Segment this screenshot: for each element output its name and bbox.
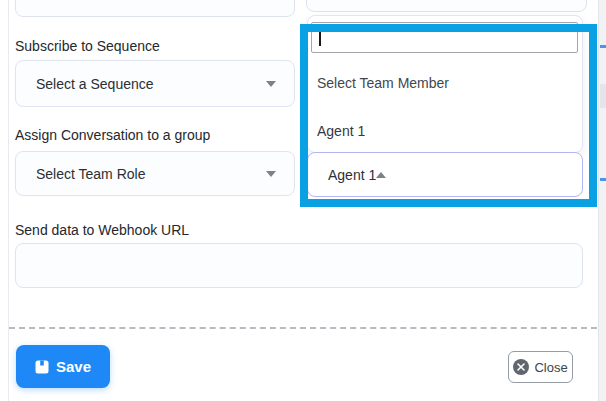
chevron-down-icon	[266, 81, 276, 87]
team-member-search-input[interactable]	[311, 22, 578, 53]
dropdown-option-label: Agent 1	[317, 123, 365, 139]
webhook-url-input[interactable]	[15, 243, 583, 288]
modal-screen: M Subscribe to Sequence Select a Sequenc…	[0, 0, 606, 401]
chevron-down-icon	[266, 171, 276, 177]
modal-left-border	[8, 0, 9, 401]
close-icon	[513, 359, 529, 375]
team-role-select[interactable]: Select Team Role	[15, 151, 295, 196]
team-member-select-value: Agent 1	[328, 167, 376, 183]
save-button[interactable]: Save	[16, 345, 110, 388]
sequence-select-value: Select a Sequence	[36, 76, 266, 92]
close-button-label: Close	[534, 360, 567, 375]
dropdown-option-agent-1[interactable]: Agent 1	[308, 116, 582, 146]
chevron-up-icon	[376, 172, 386, 178]
truncated-input-top-left[interactable]	[15, 0, 295, 17]
dropdown-option-select-team-member[interactable]: Select Team Member	[308, 68, 582, 98]
assign-group-label: Assign Conversation to a group	[15, 127, 210, 143]
background-blue-fragment	[600, 45, 606, 48]
background-page-strip: M	[598, 0, 606, 401]
sequence-select[interactable]: Select a Sequence	[15, 60, 295, 107]
save-icon	[35, 360, 49, 374]
webhook-url-label: Send data to Webhook URL	[15, 222, 189, 238]
text-cursor	[319, 28, 321, 46]
footer-dashed-divider	[9, 327, 597, 329]
dropdown-option-label: Select Team Member	[317, 75, 449, 91]
team-member-select[interactable]: Agent 1	[307, 152, 583, 197]
background-blue-fragment	[600, 178, 606, 181]
subscribe-sequence-label: Subscribe to Sequence	[15, 38, 160, 54]
truncated-input-top-right[interactable]	[306, 0, 587, 12]
close-button[interactable]: Close	[508, 351, 573, 383]
team-role-select-value: Select Team Role	[36, 166, 266, 182]
save-button-label: Save	[56, 358, 91, 375]
background-gray-fragment	[600, 84, 606, 108]
